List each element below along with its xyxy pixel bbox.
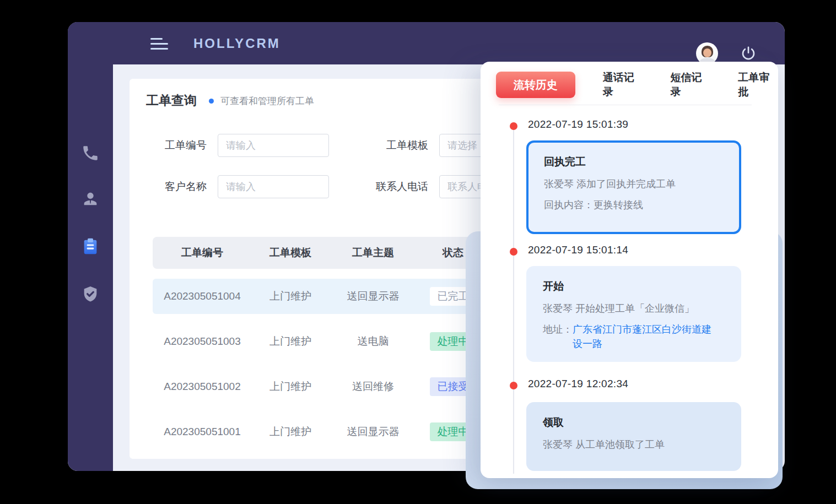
row-order-id: A202305051001 [153,426,252,438]
screenshot-stage: HOLLYCRM 工单查询 可查看和管理所有工单 [0,0,836,504]
bullet-dot-icon [209,99,214,104]
sidebar-item-contacts[interactable] [81,189,100,208]
row-subject: 送电脑 [329,334,417,349]
timeline-card-started[interactable]: 开始 张爱琴 开始处理工单「企业微信」 地址：广东省江门市蓬江区白沙街道建设一路 [526,266,741,362]
avatar[interactable] [696,42,718,64]
timeline-time: 2022-07-19 15:01:39 [528,118,628,131]
sidebar-item-calls[interactable] [81,144,100,162]
page-title: 工单查询 [146,92,197,109]
row-order-id: A202305051003 [153,335,252,348]
menu-icon[interactable] [150,38,169,53]
row-template: 上门维护 [252,425,329,439]
row-order-id: A202305051004 [153,290,252,302]
timeline-card-title: 开始 [543,279,725,294]
filter-label-order-template: 工单模板 [351,138,428,153]
address-label: 地址： [543,324,573,335]
work-orders-icon [81,237,100,256]
page-subtitle: 可查看和管理所有工单 [220,94,314,107]
timeline-line [513,128,514,474]
timeline-time: 2022-07-19 12:02:34 [528,378,628,390]
row-template: 上门维护 [252,289,329,304]
timeline-dot [510,248,517,256]
phone-icon [81,144,100,162]
column-header: 工单编号 [153,246,252,260]
filter-label-contact-phone: 联系人电话 [351,180,428,194]
timeline-card-text: 张爱琴 开始处理工单「企业微信」 [543,301,725,316]
row-subject: 送回显示器 [329,289,417,304]
avatar-face [703,48,711,57]
timeline: 2022-07-19 15:01:39 回执完工 张爱琴 添加了回执并完成工单 … [481,62,778,478]
row-template: 上门维护 [252,380,329,394]
sidebar-item-work-orders[interactable] [81,237,100,256]
filter-label-customer-name: 客户名称 [130,180,207,194]
filter-label-order-id: 工单编号 [130,138,207,153]
contacts-icon [81,189,100,208]
row-order-id: A202305051002 [153,381,252,393]
security-shield-icon [81,285,100,304]
column-header: 工单模板 [252,246,329,260]
brand-logo: HOLLYCRM [193,22,281,64]
timeline-card-claimed[interactable]: 领取 张爱琴 从工单池领取了工单 [526,402,741,471]
timeline-dot [510,382,517,389]
customer-name-input[interactable] [218,175,329,198]
timeline-card-text: 张爱琴 添加了回执并完成工单 [544,177,724,191]
column-header: 工单主题 [329,246,417,260]
power-icon[interactable] [740,45,757,62]
timeline-card-title: 领取 [543,415,725,430]
history-panel: 流转历史 通话记录 短信记录 工单审批 2022-07-19 15:01:39 … [481,62,778,478]
timeline-card-text: 回执内容：更换转接线 [544,198,724,212]
row-subject: 送回显示器 [329,425,417,439]
timeline-card-text: 张爱琴 从工单池领取了工单 [543,437,725,452]
timeline-time: 2022-07-19 15:01:14 [528,244,628,256]
sidebar-item-security[interactable] [81,285,100,304]
sidebar [68,22,113,471]
row-template: 上门维护 [252,334,329,349]
row-subject: 送回维修 [329,380,417,394]
order-id-input[interactable] [218,134,329,157]
timeline-card-title: 回执完工 [544,155,724,169]
timeline-dot [510,122,517,130]
timeline-card-completed[interactable]: 回执完工 张爱琴 添加了回执并完成工单 回执内容：更换转接线 [526,140,741,234]
top-bar: HOLLYCRM [68,22,785,64]
address-link[interactable]: 广东省江门市蓬江区白沙街道建设一路 [573,322,711,351]
